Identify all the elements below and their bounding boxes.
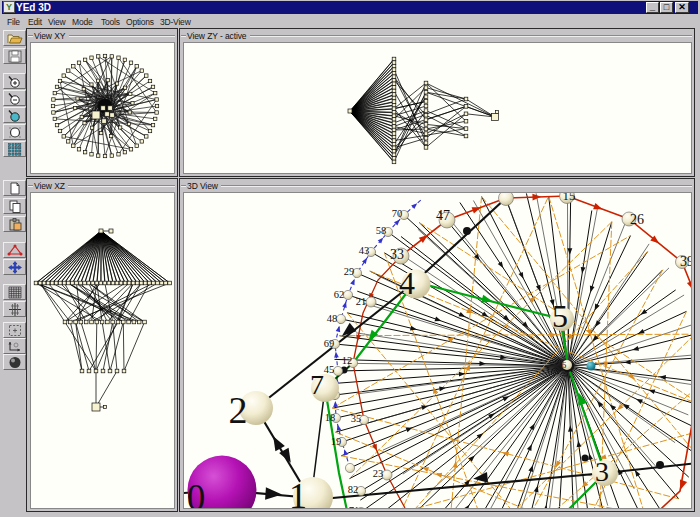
svg-text:43: 43 — [359, 245, 370, 256]
svg-text:26: 26 — [630, 212, 644, 227]
svg-text:18: 18 — [325, 412, 336, 423]
svg-text:15: 15 — [563, 193, 576, 203]
svg-text:45: 45 — [324, 364, 335, 375]
svg-text:5: 5 — [552, 298, 568, 334]
svg-text:19: 19 — [331, 436, 342, 447]
svg-text:4: 4 — [399, 265, 415, 301]
svg-text:69: 69 — [324, 338, 335, 349]
svg-text:62: 62 — [334, 289, 345, 300]
svg-text:82: 82 — [348, 484, 359, 495]
svg-text:48: 48 — [327, 313, 338, 324]
svg-text:35: 35 — [351, 413, 362, 424]
svg-text:0: 0 — [187, 477, 206, 509]
svg-text:23: 23 — [373, 468, 384, 479]
svg-text:58: 58 — [376, 225, 387, 236]
svg-text:21: 21 — [356, 296, 367, 307]
svg-text:7: 7 — [310, 369, 324, 400]
svg-text:47: 47 — [436, 208, 450, 223]
svg-text:2: 2 — [229, 389, 248, 431]
svg-text:1: 1 — [289, 476, 307, 509]
svg-text:12: 12 — [342, 355, 353, 366]
svg-text:29: 29 — [344, 266, 355, 277]
svg-text:6: 6 — [562, 360, 567, 370]
svg-text:70: 70 — [392, 208, 403, 219]
svg-text:39: 39 — [680, 254, 692, 269]
svg-text:3: 3 — [595, 456, 609, 487]
svg-text:71: 71 — [349, 505, 360, 509]
svg-text:33: 33 — [390, 247, 404, 262]
